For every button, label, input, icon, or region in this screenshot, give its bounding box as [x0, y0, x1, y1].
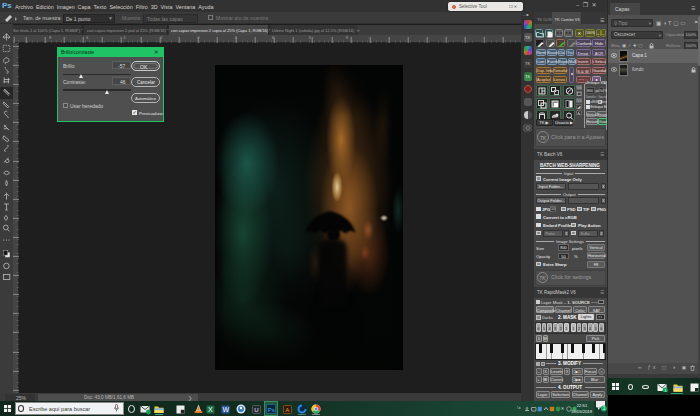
svg-text:U: U — [254, 407, 258, 413]
svg-text:W: W — [223, 406, 230, 413]
svg-text:A: A — [285, 407, 289, 413]
svg-text:Ps: Ps — [268, 407, 275, 413]
svg-text:X: X — [208, 406, 213, 413]
